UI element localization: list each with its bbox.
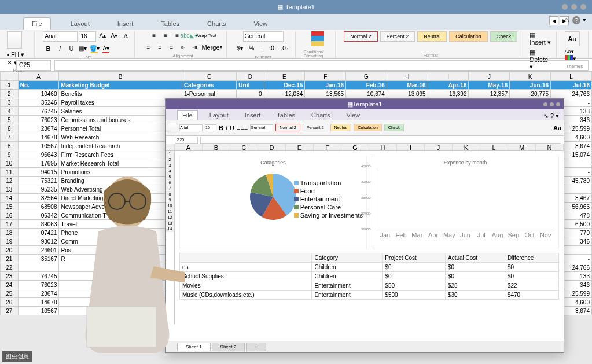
orientation-icon[interactable]: abc◣▾ [183, 31, 194, 41]
dropdown-icon[interactable]: ▾ [583, 16, 586, 24]
group-number: $▾ % , .0→ .0← Number [231, 31, 296, 58]
indent-inc-icon[interactable]: ⇥ [189, 43, 200, 52]
sub-style-calc[interactable]: Calculation [354, 124, 382, 131]
font-style-icon[interactable]: A [120, 31, 131, 41]
ribbon: ▪ Fill ▾ ✕ ▾ Paste A▴ A▾ A B I U ▦▾ 🪣▾ A… [0, 30, 592, 59]
font-select[interactable] [43, 31, 78, 42]
tab-tables[interactable]: Tables [153, 18, 187, 30]
sub-expand-icon[interactable]: ⤡ [543, 112, 549, 120]
number-format-select[interactable] [243, 31, 284, 42]
sub-style-neutral[interactable]: Neutral [330, 124, 352, 131]
tab-charts[interactable]: Charts [199, 18, 234, 30]
size-select[interactable] [79, 31, 96, 42]
name-box[interactable] [16, 60, 51, 71]
sub-style-percent[interactable]: Percent 2 [303, 124, 328, 131]
sub-font-select[interactable] [179, 124, 203, 131]
dec-inc-icon[interactable]: .0→ [270, 44, 280, 53]
indent-dec-icon[interactable]: ⇤ [178, 43, 188, 52]
formula-bar-row [0, 59, 592, 72]
increase-font-icon[interactable]: A▴ [97, 31, 108, 41]
style-normal[interactable]: Normal 2 [344, 31, 378, 42]
nav-prev-icon[interactable]: ◀ [549, 16, 558, 25]
style-calc[interactable]: Calculation [449, 31, 488, 42]
maximize-icon[interactable] [571, 4, 577, 10]
style-percent[interactable]: Percent 2 [380, 31, 415, 42]
add-sheet-button[interactable]: + [246, 343, 266, 351]
sub-number-format[interactable] [250, 124, 273, 131]
insert-cells-button[interactable]: ▦ Insert ▾ [530, 31, 552, 46]
sub-tab-tables[interactable]: Tables [272, 111, 300, 120]
comma-icon[interactable]: , [258, 44, 269, 53]
sub-size-select[interactable] [205, 124, 216, 131]
style-neutral[interactable]: Neutral [417, 31, 447, 42]
sub-underline[interactable]: U [230, 124, 234, 131]
sub-paste-button[interactable] [168, 123, 177, 133]
bold-button[interactable]: B [43, 44, 53, 53]
decrease-font-icon[interactable]: A▾ [109, 31, 119, 41]
sub-dropdown-icon[interactable]: ▾ [556, 112, 559, 120]
border-button[interactable]: ▦▾ [78, 44, 88, 53]
dec-dec-icon[interactable]: .0← [281, 44, 292, 53]
tab-insert[interactable]: Insert [109, 18, 142, 30]
tab-layout[interactable]: Layout [62, 18, 98, 30]
expand-icon[interactable]: ⤡ [565, 16, 570, 24]
sub-tab-view[interactable]: View [341, 111, 365, 120]
align-center-icon[interactable]: ≡ [155, 43, 165, 52]
sub-close-icon[interactable] [556, 102, 560, 106]
sub-bold[interactable]: B [219, 124, 223, 131]
font-color-button[interactable]: A▾ [101, 44, 111, 53]
theme-button[interactable]: Aa [565, 31, 580, 46]
minimize-icon[interactable] [562, 4, 568, 10]
sub-name-box[interactable] [175, 137, 198, 144]
group-themes: Aa Aa▾ ▾ Themes [561, 31, 589, 58]
sub-align[interactable]: ≡≡≡ [237, 124, 248, 131]
bar-area: 3600037000380003900040000 [376, 168, 555, 231]
window-controls[interactable] [562, 4, 586, 10]
sub-help-icon[interactable]: ? [550, 112, 554, 120]
sub-formula-bar[interactable] [200, 137, 561, 144]
sub-tab-layout[interactable]: Layout [205, 111, 233, 120]
currency-icon[interactable]: $▾ [235, 44, 245, 53]
merge-button[interactable]: Merge ▾ [201, 43, 222, 52]
sub-italic[interactable]: I [226, 124, 227, 131]
group-font: A▴ A▾ A B I U ▦▾ 🪣▾ A▾ Font [39, 31, 135, 58]
align-mid-icon[interactable]: ≡ [160, 31, 171, 41]
sub-sheet-tabs: Sheet 1 Sheet 2 + [166, 341, 564, 352]
sub-themes[interactable]: Aa [553, 124, 561, 131]
watermark: 图虫创意 [2, 351, 32, 362]
wrap-text-button[interactable]: Wrap Text [195, 31, 217, 41]
sub-style-normal[interactable]: Normal 2 [275, 124, 300, 131]
fill-color-button[interactable]: 🪣▾ [89, 44, 100, 53]
sub-minimize-icon[interactable] [543, 102, 547, 106]
group-format: Normal 2 Percent 2 Neutral Calculation C… [340, 31, 521, 58]
pie-chart: Catagories TransportationFoodEntertainme… [179, 156, 367, 248]
sub-col-headers: ABCDEFGHIJKLMN [166, 144, 564, 151]
italic-button[interactable]: I [54, 44, 65, 53]
close-icon[interactable] [580, 4, 586, 10]
sub-content: Catagories TransportationFoodEntertainme… [175, 151, 564, 325]
sub-window-title: Template1 [353, 101, 383, 108]
style-check[interactable]: Check [490, 31, 518, 42]
sheet-tab-2[interactable]: Sheet 2 [212, 343, 245, 351]
theme-font-icon[interactable]: Aa▾ [565, 49, 576, 54]
tab-file[interactable]: File [23, 17, 51, 30]
underline-button[interactable]: U [66, 44, 76, 53]
align-right-icon[interactable]: ≡ [166, 43, 177, 52]
group-label-font: Font [82, 54, 91, 60]
sub-tab-insert[interactable]: Insert [240, 111, 266, 120]
sub-maximize-icon[interactable] [550, 102, 554, 106]
help-icon[interactable]: ? [572, 16, 580, 24]
sheet-tab-1[interactable]: Sheet 1 [177, 343, 211, 351]
cond-fmt-button[interactable]: Conditional Formatting [304, 50, 332, 58]
sub-tab-charts[interactable]: Charts [307, 111, 334, 120]
sub-tab-file[interactable]: File [177, 110, 198, 120]
align-left-icon[interactable]: ≡ [143, 43, 153, 52]
sub-style-check[interactable]: Check [384, 124, 404, 131]
paste-button[interactable] [7, 31, 22, 49]
align-top-icon[interactable]: ≡ [149, 31, 159, 41]
formula-bar[interactable] [54, 60, 589, 71]
tab-view[interactable]: View [245, 18, 275, 30]
doc-icon: ▦ [277, 3, 283, 11]
percent-icon[interactable]: % [247, 44, 257, 53]
fill-button[interactable]: ▪ Fill ▾ [7, 51, 24, 58]
